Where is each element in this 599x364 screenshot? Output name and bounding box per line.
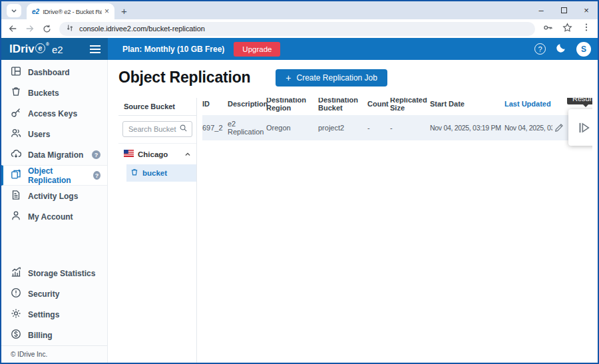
dollar-circle-icon bbox=[11, 329, 21, 341]
source-bucket-panel: Source Bucket Chicago bbox=[118, 98, 197, 363]
address-bar[interactable]: console.idrivee2.com/bucket-replication bbox=[59, 22, 535, 36]
chevron-down-icon bbox=[11, 5, 17, 17]
help-badge-icon[interactable]: ? bbox=[93, 171, 100, 180]
column-header-start-date: Start Date bbox=[430, 100, 504, 108]
reload-button[interactable] bbox=[43, 25, 51, 33]
table-header-row: ID Description Destination Region Destin… bbox=[202, 98, 592, 110]
content-row: Source Bucket Chicago bbox=[118, 98, 592, 363]
create-replication-job-button[interactable]: + Create Replication Job bbox=[276, 69, 387, 87]
table-row[interactable]: 697_2 e2 Replication Oregon project2 - -… bbox=[202, 115, 592, 140]
plan-zone: Plan: Monthly (10 GB Free) Upgrade bbox=[122, 42, 280, 57]
sidebar-item-label: Object Replication bbox=[28, 166, 87, 185]
new-tab-button[interactable]: + bbox=[121, 6, 127, 16]
column-header-replicated-size: Replicated Size bbox=[390, 98, 430, 112]
cell-start-date: Nov 04, 2025, 03:19 PM bbox=[430, 124, 504, 132]
sidebar-bottom-group: Storage Statistics Security Settings bbox=[1, 263, 107, 345]
window-controls: – × bbox=[530, 1, 598, 19]
tab-close-icon[interactable]: × bbox=[104, 7, 109, 15]
bucket-search-input[interactable] bbox=[127, 124, 179, 134]
column-header-last-updated[interactable]: Last Updated ↓ bbox=[504, 100, 552, 108]
sidebar-item-label: Storage Statistics bbox=[28, 269, 95, 278]
tab-title: IDrive® e2 - Bucket Replication bbox=[43, 8, 102, 15]
tab-search-button[interactable] bbox=[7, 4, 21, 17]
chevron-up-icon bbox=[184, 151, 191, 158]
password-key-icon[interactable] bbox=[543, 23, 553, 35]
maximize-button[interactable] bbox=[552, 1, 575, 19]
sidebar-item-object-replication[interactable]: Object Replication ? bbox=[1, 165, 107, 186]
browser-tab-bar: e2 IDrive® e2 - Bucket Replication × + –… bbox=[1, 1, 598, 19]
sidebar-item-access-keys[interactable]: Access Keys bbox=[1, 103, 107, 124]
cell-count: - bbox=[367, 124, 390, 132]
sidebar-item-settings[interactable]: Settings bbox=[1, 304, 107, 325]
upgrade-button[interactable]: Upgrade bbox=[234, 42, 280, 57]
app-body: Dashboard Buckets Access Keys Users bbox=[1, 60, 598, 363]
favicon-e2: e2 bbox=[32, 8, 39, 15]
site-info-icon[interactable] bbox=[66, 23, 74, 35]
close-button[interactable]: × bbox=[575, 1, 598, 19]
column-header-destination-bucket: Destination Bucket bbox=[318, 98, 367, 112]
cell-replicated-size: - bbox=[390, 124, 430, 132]
minimize-button[interactable]: – bbox=[530, 1, 552, 19]
column-header-id: ID bbox=[202, 100, 228, 108]
sidebar: Dashboard Buckets Access Keys Users bbox=[1, 60, 108, 363]
sidebar-item-data-migration[interactable]: Data Migration ? bbox=[1, 144, 107, 165]
logo-text: IDriv bbox=[9, 43, 35, 55]
url-text: console.idrivee2.com/bucket-replication bbox=[79, 25, 205, 33]
idrive-e2-logo: IDrive®e2 bbox=[9, 43, 63, 55]
sidebar-item-buckets[interactable]: Buckets bbox=[1, 83, 107, 103]
plan-label: Plan: Monthly (10 GB Free) bbox=[122, 45, 224, 54]
help-icon[interactable]: ? bbox=[534, 43, 546, 55]
logo-e-mark: e bbox=[35, 43, 45, 53]
browser-tab[interactable]: e2 IDrive® e2 - Bucket Replication × bbox=[27, 3, 114, 19]
column-header-destination-region: Destination Region bbox=[266, 98, 318, 112]
shield-icon bbox=[11, 287, 21, 300]
bucket-label: bucket bbox=[142, 169, 167, 177]
resume-button[interactable] bbox=[568, 109, 592, 146]
column-header-count: Count bbox=[367, 100, 390, 108]
column-header-description: Description bbox=[228, 100, 266, 108]
browser-url-bar: console.idrivee2.com/bucket-replication bbox=[1, 19, 598, 38]
sidebar-item-label: My Account bbox=[28, 212, 73, 222]
bookmark-star-icon[interactable] bbox=[562, 23, 572, 35]
bucket-node-selected[interactable]: bucket bbox=[126, 164, 196, 182]
sidebar-item-label: Settings bbox=[28, 310, 59, 319]
sidebar-item-billing[interactable]: Billing bbox=[1, 325, 107, 345]
sidebar-item-label: Data Migration bbox=[28, 150, 83, 160]
users-icon bbox=[11, 128, 21, 140]
dark-mode-moon-icon[interactable] bbox=[556, 43, 566, 56]
browser-menu-icon[interactable] bbox=[582, 23, 591, 35]
object-replication-icon bbox=[11, 169, 21, 182]
sidebar-item-my-account[interactable]: My Account bbox=[1, 206, 107, 227]
sidebar-item-security[interactable]: Security bbox=[1, 283, 107, 304]
region-node-chicago[interactable]: Chicago bbox=[118, 144, 196, 164]
cloud-migration-icon bbox=[11, 148, 21, 161]
user-avatar[interactable]: S bbox=[576, 42, 591, 57]
bar-chart-icon bbox=[11, 267, 21, 279]
bucket-search-box bbox=[122, 121, 192, 137]
region-label: Chicago bbox=[138, 150, 168, 158]
urlbar-actions bbox=[543, 23, 591, 35]
back-button[interactable] bbox=[8, 24, 17, 33]
document-icon bbox=[11, 190, 21, 202]
search-icon bbox=[179, 123, 188, 135]
help-badge-icon[interactable]: ? bbox=[92, 150, 100, 159]
sidebar-item-dashboard[interactable]: Dashboard bbox=[1, 62, 107, 83]
sidebar-item-activity-logs[interactable]: Activity Logs bbox=[1, 186, 107, 206]
sidebar-item-storage-statistics[interactable]: Storage Statistics bbox=[1, 263, 107, 283]
app-header: IDrive®e2 Plan: Monthly (10 GB Free) Upg… bbox=[1, 38, 598, 60]
forward-button[interactable] bbox=[25, 24, 35, 33]
sidebar-item-users[interactable]: Users bbox=[1, 124, 107, 144]
sidebar-item-label: Billing bbox=[28, 331, 53, 340]
sidebar-item-label: Activity Logs bbox=[28, 192, 78, 201]
maximize-icon bbox=[561, 7, 567, 13]
key-icon bbox=[11, 107, 21, 120]
hamburger-menu-icon[interactable] bbox=[89, 45, 101, 54]
row-actions: Resume bbox=[552, 115, 592, 140]
edit-pencil-icon[interactable] bbox=[554, 122, 564, 133]
logo-registered-mark: ® bbox=[46, 42, 49, 47]
source-bucket-title: Source Bucket bbox=[118, 98, 196, 116]
resume-tooltip: Resume bbox=[567, 98, 592, 104]
bucket-tree: Chicago bucket bbox=[118, 143, 196, 182]
browser-window: e2 IDrive® e2 - Bucket Replication × + –… bbox=[0, 0, 599, 364]
sidebar-item-label: Access Keys bbox=[28, 109, 77, 118]
